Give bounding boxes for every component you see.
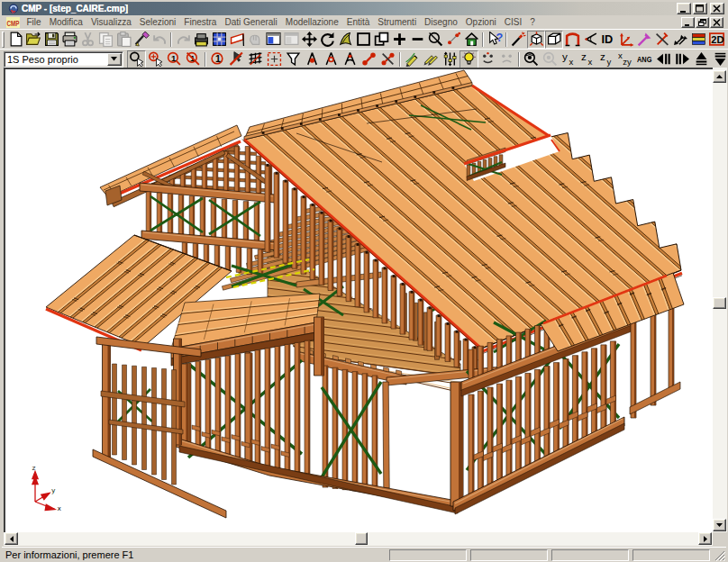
link-nodes-button[interactable] <box>359 50 378 68</box>
print-button[interactable] <box>60 31 78 49</box>
flag-red-button[interactable] <box>228 31 246 49</box>
select-one-button[interactable]: 1 <box>208 50 227 68</box>
wind-arrows-button[interactable] <box>671 31 689 49</box>
hands-button[interactable] <box>246 31 264 49</box>
local-axes-button[interactable] <box>617 31 635 49</box>
zoom-dynamic-button[interactable] <box>336 31 354 49</box>
menu-strumenti[interactable]: Strumenti <box>374 17 421 27</box>
minimize-button[interactable] <box>677 3 691 14</box>
rotate-view-button[interactable] <box>318 31 336 49</box>
grid-blue-button[interactable] <box>210 31 228 49</box>
scroll-up-button[interactable] <box>713 70 726 83</box>
new-file-button[interactable] <box>6 31 24 49</box>
node-dots-button[interactable] <box>478 50 497 68</box>
zoom-one-red-button[interactable]: 1 <box>184 50 203 68</box>
entity-id-button[interactable]: ID <box>599 31 617 49</box>
copy-button[interactable] <box>96 31 114 49</box>
title-bar[interactable]: C CMP - [step_CAIRE.cmp] <box>2 2 726 15</box>
mdi-restore-button[interactable] <box>696 17 709 28</box>
zoom-window-button[interactable] <box>354 31 372 49</box>
paste-button[interactable] <box>114 31 132 49</box>
home-view-button[interactable] <box>462 31 480 49</box>
horizontal-scrollbar[interactable] <box>4 532 713 546</box>
plane-zy-button[interactable]: zy <box>597 50 616 68</box>
split-window-gray-button[interactable] <box>282 31 300 49</box>
step-forward-button[interactable] <box>673 50 692 68</box>
divider-c-button[interactable] <box>341 50 359 68</box>
undo-button[interactable] <box>150 31 168 49</box>
menu-selezioni[interactable]: Selezioni <box>135 17 180 27</box>
combo-dropdown-button[interactable] <box>107 53 122 66</box>
menu-visualizza[interactable]: Visualizza <box>86 17 135 27</box>
menu-modellazione[interactable]: Modellazione <box>281 17 342 27</box>
menu-cisi[interactable]: CISI <box>500 17 525 27</box>
pencil-double-button[interactable] <box>422 50 441 68</box>
zoom-select-button[interactable] <box>127 50 146 68</box>
mdi-minimize-button[interactable] <box>681 17 695 28</box>
zoom-out-button[interactable] <box>408 31 426 49</box>
wire-box-button[interactable] <box>545 31 563 49</box>
layers-stack-button[interactable] <box>689 31 707 49</box>
no-load-button[interactable] <box>653 31 671 49</box>
menu-disegno[interactable]: Disegno <box>421 17 462 27</box>
menu-opzioni[interactable]: Opzioni <box>461 17 500 27</box>
plane-xzy-button[interactable]: xzy <box>616 50 635 68</box>
raise-up-button[interactable] <box>692 50 711 68</box>
fence-select-button[interactable] <box>246 50 265 68</box>
zoom-disabled-button[interactable] <box>426 31 444 49</box>
divider-b-button[interactable] <box>322 50 341 68</box>
angle-ang-button[interactable]: ANG <box>635 50 654 68</box>
view-find-button[interactable] <box>522 50 541 68</box>
load-arrow-button[interactable] <box>635 31 653 49</box>
menu-modifica[interactable]: Modifica <box>45 17 86 27</box>
angle-measure-button[interactable] <box>581 31 599 49</box>
menu-dati-generali[interactable]: Dati Generali <box>221 17 281 27</box>
toolbar-grip[interactable] <box>2 32 5 48</box>
node-dots-gray-button[interactable] <box>497 50 516 68</box>
scroll-down-button[interactable] <box>713 519 726 531</box>
mdi-close-button[interactable] <box>710 17 723 28</box>
menu-entit-[interactable]: Entità <box>342 17 374 27</box>
split-window-button[interactable] <box>264 31 282 49</box>
plane-zx-button[interactable]: zx <box>578 50 597 68</box>
magic-wand-button[interactable] <box>509 31 527 49</box>
portal-frame-button[interactable] <box>563 31 581 49</box>
load-case-combobox[interactable]: 1S Peso proprio <box>4 51 123 68</box>
pan-button[interactable] <box>300 31 318 49</box>
bulb-on-button[interactable] <box>460 50 478 68</box>
document-icon[interactable]: CMP <box>6 17 20 28</box>
help-pointer-button[interactable]: ? <box>486 31 504 49</box>
menu-finestra[interactable]: Finestra <box>180 17 221 27</box>
redo-button[interactable] <box>174 31 192 49</box>
print-model-button[interactable] <box>192 31 210 49</box>
save-floppy-button[interactable] <box>42 31 60 49</box>
unlink-nodes-button[interactable] <box>378 50 397 68</box>
close-button[interactable] <box>710 3 724 14</box>
pencil-draw-button[interactable] <box>403 50 422 68</box>
vertical-scrollbar[interactable] <box>713 68 727 532</box>
scroll-left-button[interactable] <box>5 532 18 545</box>
zoom-select-red-button[interactable] <box>146 50 165 68</box>
format-brush-button[interactable] <box>132 31 150 49</box>
vertex-snap-button[interactable] <box>444 31 462 49</box>
divider-a-button[interactable] <box>303 50 322 68</box>
vertical-scroll-thumb[interactable] <box>713 297 726 309</box>
box-dashed-button[interactable] <box>265 50 284 68</box>
resize-grip[interactable] <box>714 549 725 561</box>
cut-button[interactable] <box>78 31 96 49</box>
maximize-button[interactable] <box>693 3 707 14</box>
sliders-button[interactable] <box>441 50 460 68</box>
lower-down-button[interactable] <box>711 50 728 68</box>
scroll-right-button[interactable] <box>698 532 712 545</box>
view-2d-button[interactable]: 2D <box>707 31 725 49</box>
view-find-gray-button[interactable] <box>541 50 560 68</box>
zoom-one-button[interactable]: 1 <box>165 50 184 68</box>
deselect-red-button[interactable] <box>227 50 246 68</box>
zoom-previous-button[interactable] <box>372 31 390 49</box>
model-canvas[interactable]: zyx <box>4 68 713 532</box>
open-folder-button[interactable] <box>24 31 42 49</box>
plane-yx-button[interactable]: yx <box>560 50 578 68</box>
menu-help[interactable]: ? <box>526 17 540 27</box>
menu-file[interactable]: File <box>23 17 45 27</box>
zoom-in-button[interactable] <box>390 31 408 49</box>
